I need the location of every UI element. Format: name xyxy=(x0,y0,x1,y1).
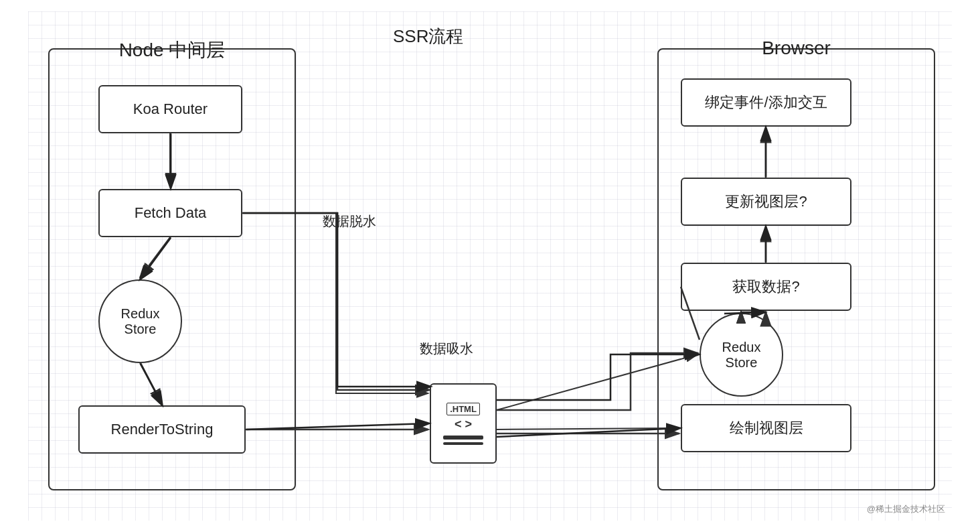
bind-events-label: 绑定事件/添加交互 xyxy=(705,92,827,113)
fetch-data-box: Fetch Data xyxy=(98,189,242,237)
koa-router-box: Koa Router xyxy=(98,85,242,133)
redux-store-left-circle: ReduxStore xyxy=(98,279,182,363)
update-view-box: 更新视图层? xyxy=(681,178,851,226)
html-file-icon: .HTML < > xyxy=(430,383,497,464)
rehydration-label: 数据吸水 xyxy=(420,340,473,358)
diagram-container: Node 中间层 Browser SSR流程 Koa Router Fetch … xyxy=(28,11,952,521)
fetch-data-browser-box: 获取数据? xyxy=(681,263,851,311)
browser-section-title: Browser xyxy=(762,38,831,59)
bind-events-box: 绑定事件/添加交互 xyxy=(681,78,851,127)
node-section-title: Node 中间层 xyxy=(119,38,226,63)
fetch-data-label: Fetch Data xyxy=(135,204,207,222)
html-badge: .HTML xyxy=(446,403,480,415)
render-to-string-label: RenderToString xyxy=(111,421,214,438)
redux-store-right-circle: ReduxStore xyxy=(700,313,783,397)
render-to-string-box: RenderToString xyxy=(78,405,246,454)
render-view-box: 绘制视图层 xyxy=(681,404,851,452)
koa-router-label: Koa Router xyxy=(133,101,208,118)
watermark: @稀土掘金技术社区 xyxy=(867,503,945,515)
redux-store-left-label: ReduxStore xyxy=(121,306,160,337)
render-view-label: 绘制视图层 xyxy=(730,418,803,438)
update-view-label: 更新视图层? xyxy=(725,192,807,212)
svg-line-31 xyxy=(497,428,679,437)
redux-store-right-label: ReduxStore xyxy=(722,340,761,371)
ssr-label: SSR流程 xyxy=(393,25,463,48)
fetch-data-browser-label: 获取数据? xyxy=(732,277,799,297)
svg-line-6 xyxy=(497,428,679,429)
dehydration-label: 数据脱水 xyxy=(323,212,376,230)
html-code-symbol: < > xyxy=(455,417,472,431)
